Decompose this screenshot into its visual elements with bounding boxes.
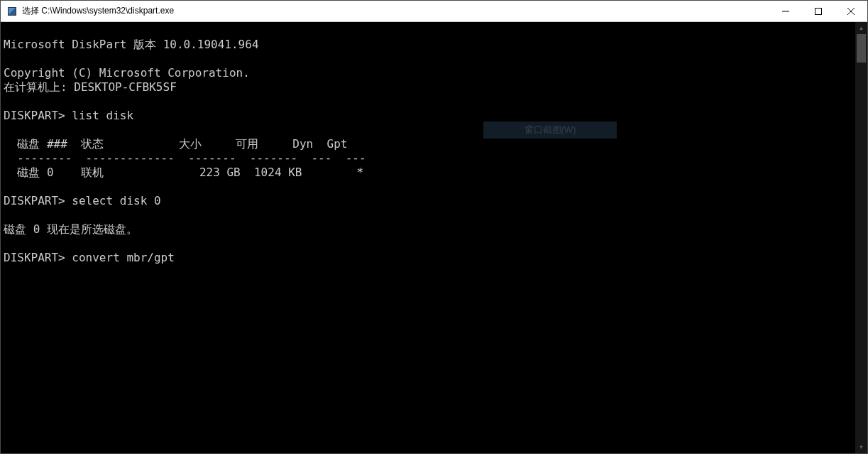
- window-controls: [769, 1, 867, 21]
- scroll-up-arrow[interactable]: ▲: [855, 22, 867, 34]
- minimize-button[interactable]: [769, 1, 802, 21]
- app-icon: [6, 6, 18, 17]
- window-frame: 选择 C:\Windows\system32\diskpart.exe Micr…: [0, 0, 868, 454]
- scrollbar-thumb[interactable]: [857, 34, 866, 63]
- console-output[interactable]: Microsoft DiskPart 版本 10.0.19041.964 Cop…: [1, 22, 855, 453]
- titlebar[interactable]: 选择 C:\Windows\system32\diskpart.exe: [1, 1, 867, 22]
- window-title: 选择 C:\Windows\system32\diskpart.exe: [22, 5, 769, 17]
- scroll-down-arrow[interactable]: ▼: [855, 441, 867, 453]
- maximize-button[interactable]: [802, 1, 835, 21]
- close-button[interactable]: [835, 1, 867, 21]
- snip-overlay-label: 窗口截图(W): [483, 121, 617, 139]
- console-area[interactable]: Microsoft DiskPart 版本 10.0.19041.964 Cop…: [1, 22, 867, 453]
- svg-rect-1: [815, 8, 822, 14]
- vertical-scrollbar[interactable]: ▲ ▼: [855, 22, 867, 453]
